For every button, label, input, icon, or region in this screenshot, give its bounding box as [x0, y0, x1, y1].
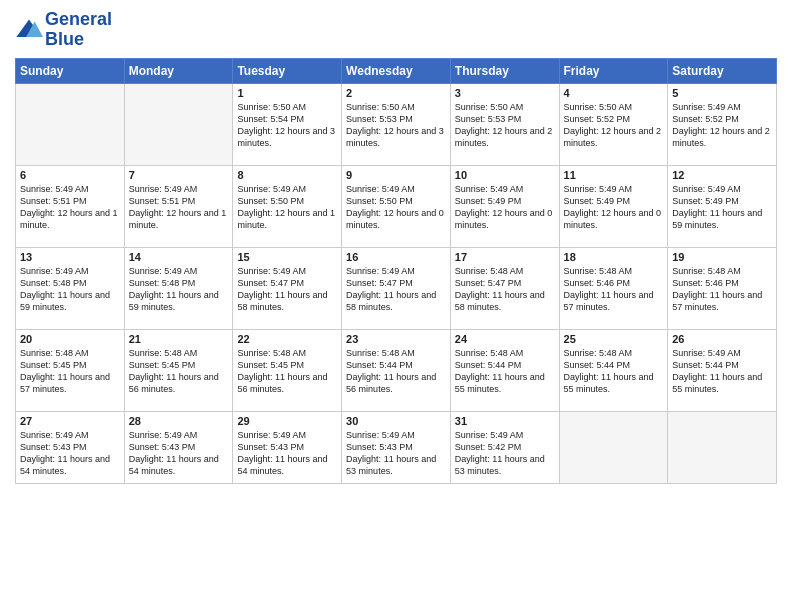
cell-info: Sunrise: 5:49 AM Sunset: 5:43 PM Dayligh… — [346, 429, 446, 478]
calendar-cell: 23Sunrise: 5:48 AM Sunset: 5:44 PM Dayli… — [342, 329, 451, 411]
day-number: 9 — [346, 169, 446, 181]
cell-info: Sunrise: 5:49 AM Sunset: 5:48 PM Dayligh… — [129, 265, 229, 314]
calendar-cell — [16, 83, 125, 165]
day-header-friday: Friday — [559, 58, 668, 83]
calendar-cell: 17Sunrise: 5:48 AM Sunset: 5:47 PM Dayli… — [450, 247, 559, 329]
page: General Blue SundayMondayTuesdayWednesda… — [0, 0, 792, 612]
logo-text: General Blue — [45, 10, 112, 50]
day-number: 14 — [129, 251, 229, 263]
cell-info: Sunrise: 5:48 AM Sunset: 5:44 PM Dayligh… — [455, 347, 555, 396]
day-number: 8 — [237, 169, 337, 181]
day-number: 10 — [455, 169, 555, 181]
day-number: 11 — [564, 169, 664, 181]
week-row-2: 13Sunrise: 5:49 AM Sunset: 5:48 PM Dayli… — [16, 247, 777, 329]
day-number: 7 — [129, 169, 229, 181]
calendar-cell: 7Sunrise: 5:49 AM Sunset: 5:51 PM Daylig… — [124, 165, 233, 247]
calendar-cell: 2Sunrise: 5:50 AM Sunset: 5:53 PM Daylig… — [342, 83, 451, 165]
calendar-cell: 27Sunrise: 5:49 AM Sunset: 5:43 PM Dayli… — [16, 411, 125, 483]
calendar-cell: 14Sunrise: 5:49 AM Sunset: 5:48 PM Dayli… — [124, 247, 233, 329]
calendar-cell: 21Sunrise: 5:48 AM Sunset: 5:45 PM Dayli… — [124, 329, 233, 411]
day-header-wednesday: Wednesday — [342, 58, 451, 83]
day-number: 3 — [455, 87, 555, 99]
cell-info: Sunrise: 5:49 AM Sunset: 5:50 PM Dayligh… — [237, 183, 337, 232]
calendar-cell: 5Sunrise: 5:49 AM Sunset: 5:52 PM Daylig… — [668, 83, 777, 165]
day-number: 28 — [129, 415, 229, 427]
cell-info: Sunrise: 5:50 AM Sunset: 5:54 PM Dayligh… — [237, 101, 337, 150]
calendar-cell: 29Sunrise: 5:49 AM Sunset: 5:43 PM Dayli… — [233, 411, 342, 483]
week-row-1: 6Sunrise: 5:49 AM Sunset: 5:51 PM Daylig… — [16, 165, 777, 247]
cell-info: Sunrise: 5:48 AM Sunset: 5:46 PM Dayligh… — [672, 265, 772, 314]
cell-info: Sunrise: 5:49 AM Sunset: 5:43 PM Dayligh… — [129, 429, 229, 478]
cell-info: Sunrise: 5:49 AM Sunset: 5:49 PM Dayligh… — [672, 183, 772, 232]
cell-info: Sunrise: 5:48 AM Sunset: 5:45 PM Dayligh… — [129, 347, 229, 396]
day-number: 16 — [346, 251, 446, 263]
day-header-sunday: Sunday — [16, 58, 125, 83]
calendar-cell — [559, 411, 668, 483]
calendar-cell: 8Sunrise: 5:49 AM Sunset: 5:50 PM Daylig… — [233, 165, 342, 247]
cell-info: Sunrise: 5:49 AM Sunset: 5:42 PM Dayligh… — [455, 429, 555, 478]
calendar-cell: 3Sunrise: 5:50 AM Sunset: 5:53 PM Daylig… — [450, 83, 559, 165]
day-number: 1 — [237, 87, 337, 99]
cell-info: Sunrise: 5:49 AM Sunset: 5:49 PM Dayligh… — [564, 183, 664, 232]
day-number: 25 — [564, 333, 664, 345]
day-number: 17 — [455, 251, 555, 263]
calendar-cell: 25Sunrise: 5:48 AM Sunset: 5:44 PM Dayli… — [559, 329, 668, 411]
week-row-0: 1Sunrise: 5:50 AM Sunset: 5:54 PM Daylig… — [16, 83, 777, 165]
week-row-3: 20Sunrise: 5:48 AM Sunset: 5:45 PM Dayli… — [16, 329, 777, 411]
calendar-cell — [668, 411, 777, 483]
cell-info: Sunrise: 5:48 AM Sunset: 5:47 PM Dayligh… — [455, 265, 555, 314]
logo-icon — [15, 16, 43, 44]
cell-info: Sunrise: 5:49 AM Sunset: 5:50 PM Dayligh… — [346, 183, 446, 232]
cell-info: Sunrise: 5:49 AM Sunset: 5:47 PM Dayligh… — [346, 265, 446, 314]
calendar-cell: 15Sunrise: 5:49 AM Sunset: 5:47 PM Dayli… — [233, 247, 342, 329]
cell-info: Sunrise: 5:50 AM Sunset: 5:53 PM Dayligh… — [455, 101, 555, 150]
day-number: 18 — [564, 251, 664, 263]
day-header-monday: Monday — [124, 58, 233, 83]
calendar-cell: 18Sunrise: 5:48 AM Sunset: 5:46 PM Dayli… — [559, 247, 668, 329]
day-number: 6 — [20, 169, 120, 181]
day-number: 5 — [672, 87, 772, 99]
cell-info: Sunrise: 5:49 AM Sunset: 5:48 PM Dayligh… — [20, 265, 120, 314]
cell-info: Sunrise: 5:49 AM Sunset: 5:51 PM Dayligh… — [129, 183, 229, 232]
day-header-thursday: Thursday — [450, 58, 559, 83]
day-number: 29 — [237, 415, 337, 427]
calendar-cell: 9Sunrise: 5:49 AM Sunset: 5:50 PM Daylig… — [342, 165, 451, 247]
calendar-cell: 26Sunrise: 5:49 AM Sunset: 5:44 PM Dayli… — [668, 329, 777, 411]
day-number: 4 — [564, 87, 664, 99]
cell-info: Sunrise: 5:49 AM Sunset: 5:51 PM Dayligh… — [20, 183, 120, 232]
calendar-cell: 10Sunrise: 5:49 AM Sunset: 5:49 PM Dayli… — [450, 165, 559, 247]
cell-info: Sunrise: 5:50 AM Sunset: 5:53 PM Dayligh… — [346, 101, 446, 150]
calendar-cell: 13Sunrise: 5:49 AM Sunset: 5:48 PM Dayli… — [16, 247, 125, 329]
calendar-cell — [124, 83, 233, 165]
day-number: 31 — [455, 415, 555, 427]
day-number: 12 — [672, 169, 772, 181]
calendar-cell: 19Sunrise: 5:48 AM Sunset: 5:46 PM Dayli… — [668, 247, 777, 329]
calendar-cell: 30Sunrise: 5:49 AM Sunset: 5:43 PM Dayli… — [342, 411, 451, 483]
cell-info: Sunrise: 5:49 AM Sunset: 5:44 PM Dayligh… — [672, 347, 772, 396]
calendar-cell: 20Sunrise: 5:48 AM Sunset: 5:45 PM Dayli… — [16, 329, 125, 411]
day-header-saturday: Saturday — [668, 58, 777, 83]
day-number: 30 — [346, 415, 446, 427]
day-number: 2 — [346, 87, 446, 99]
calendar-cell: 11Sunrise: 5:49 AM Sunset: 5:49 PM Dayli… — [559, 165, 668, 247]
day-number: 22 — [237, 333, 337, 345]
cell-info: Sunrise: 5:48 AM Sunset: 5:46 PM Dayligh… — [564, 265, 664, 314]
calendar-cell: 24Sunrise: 5:48 AM Sunset: 5:44 PM Dayli… — [450, 329, 559, 411]
cell-info: Sunrise: 5:48 AM Sunset: 5:45 PM Dayligh… — [237, 347, 337, 396]
cell-info: Sunrise: 5:49 AM Sunset: 5:49 PM Dayligh… — [455, 183, 555, 232]
cell-info: Sunrise: 5:48 AM Sunset: 5:44 PM Dayligh… — [564, 347, 664, 396]
day-number: 21 — [129, 333, 229, 345]
day-number: 13 — [20, 251, 120, 263]
cell-info: Sunrise: 5:49 AM Sunset: 5:47 PM Dayligh… — [237, 265, 337, 314]
cell-info: Sunrise: 5:49 AM Sunset: 5:43 PM Dayligh… — [237, 429, 337, 478]
cell-info: Sunrise: 5:49 AM Sunset: 5:43 PM Dayligh… — [20, 429, 120, 478]
logo: General Blue — [15, 10, 112, 50]
cell-info: Sunrise: 5:48 AM Sunset: 5:44 PM Dayligh… — [346, 347, 446, 396]
day-number: 24 — [455, 333, 555, 345]
day-number: 15 — [237, 251, 337, 263]
cell-info: Sunrise: 5:50 AM Sunset: 5:52 PM Dayligh… — [564, 101, 664, 150]
calendar-cell: 16Sunrise: 5:49 AM Sunset: 5:47 PM Dayli… — [342, 247, 451, 329]
calendar-cell: 4Sunrise: 5:50 AM Sunset: 5:52 PM Daylig… — [559, 83, 668, 165]
day-number: 23 — [346, 333, 446, 345]
day-number: 26 — [672, 333, 772, 345]
